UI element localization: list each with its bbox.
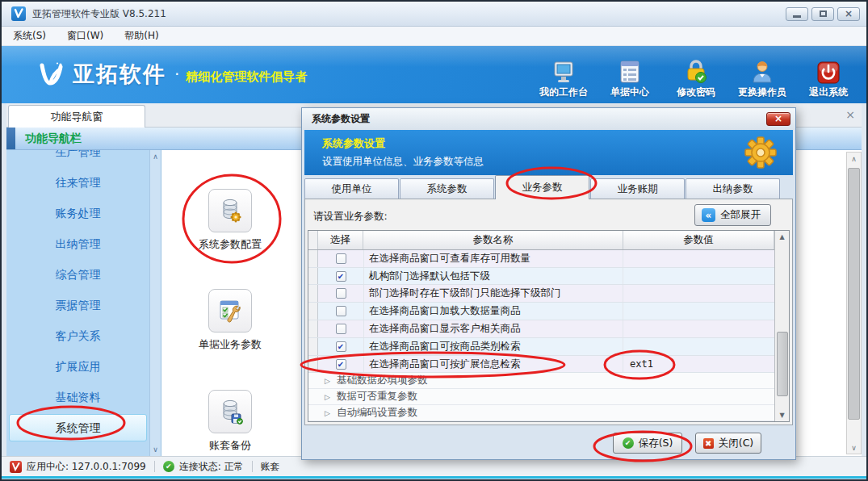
minimize-button[interactable] [786, 7, 808, 21]
account-status: 账套 [261, 460, 280, 474]
table-row[interactable]: 在选择商品窗口可查看库存可用数量 [308, 250, 774, 268]
param-name: 机构部门选择默认包括下级 [363, 268, 623, 285]
sidebar-item-production[interactable]: 生产管理 [6, 150, 149, 167]
document-params-icon[interactable] [208, 289, 252, 333]
checkbox[interactable]: ✔ [336, 359, 346, 370]
database-config-icon[interactable] [208, 189, 252, 232]
checkbox[interactable]: ✔ [336, 341, 346, 352]
arrow-down-icon[interactable]: ▼ [779, 409, 784, 421]
param-name: 在选择商品窗口可按商品类别检索 [363, 338, 623, 355]
tab-cashier-params[interactable]: 出纳参数 [686, 178, 780, 199]
scrollbar-thumb[interactable] [777, 332, 788, 396]
row-header-cell [308, 250, 318, 267]
scroll-down-icon[interactable]: ∨ [851, 441, 857, 454]
toolbar-my-workspace[interactable]: 我的工作台 [537, 58, 590, 99]
status-divider [154, 461, 155, 472]
toolbar-document-center[interactable]: 单据中心 [603, 58, 656, 99]
expand-triangle-icon[interactable]: ▷ [325, 377, 330, 385]
dialog-close-button[interactable]: × [766, 112, 790, 126]
arrow-up-icon[interactable]: ▲ [779, 231, 784, 243]
workspace-scrollbar[interactable]: ∧ ∨ [846, 152, 862, 454]
toolbar-change-password[interactable]: 修改密码 [669, 58, 723, 99]
table-row[interactable]: ✔ 在选择商品窗口可按商品类别检索 [308, 338, 774, 356]
table-row[interactable]: 部门选择时存在下级部门只能选择下级部门 [308, 285, 774, 303]
sidebar-item-basedata[interactable]: 基础资料 [6, 382, 149, 412]
dialog-content-panel: 请设置业务参数: « 全部展开 选择 参数名称 参数值 [304, 199, 793, 425]
sidebar-item-system-management[interactable]: 系统管理 [9, 414, 147, 441]
table-scrollbar[interactable]: ▲ ▼ [774, 231, 789, 421]
menu-item-system[interactable]: 系统(S) [13, 29, 46, 43]
dialog-tabs: 使用单位 系统参数 业务参数 业务账期 出纳参数 [304, 175, 793, 199]
gear-icon [743, 135, 778, 174]
group-row[interactable]: ▷ 数据可否重复参数 [308, 389, 774, 405]
tab-business-params[interactable]: 业务参数 [495, 175, 589, 199]
param-value-ext1[interactable]: ext1 [623, 356, 774, 373]
sidebar-item-accounting[interactable]: 账务处理 [6, 198, 149, 228]
tab-company-info[interactable]: 使用单位 [304, 178, 399, 199]
sidebar-item-bills[interactable]: 票据管理 [6, 290, 149, 320]
scroll-down-icon[interactable]: ∨ [153, 445, 158, 454]
tab-business-period[interactable]: 业务账期 [590, 178, 685, 199]
param-value[interactable] [623, 268, 774, 285]
dialog-titlebar: 系统参数设置 × [302, 108, 795, 130]
menu-item-help[interactable]: 帮助(H) [124, 29, 158, 43]
close-icon: × [774, 113, 782, 124]
sidebar-item-contacts[interactable]: 往来管理 [6, 167, 149, 198]
scrollbar-thumb[interactable] [848, 168, 860, 420]
table-row-ext-search[interactable]: ✔ 在选择商品窗口可按扩展信息检索 ext1 [308, 356, 774, 374]
checkbox[interactable]: ✔ [336, 271, 346, 282]
group-row[interactable]: ▷ 自动编码设置参数 [308, 405, 774, 421]
table-row[interactable]: 在选择商品窗口显示客户相关商品 [308, 320, 774, 338]
expand-all-button[interactable]: « 全部展开 [694, 204, 771, 226]
param-value[interactable] [623, 320, 774, 337]
switch-user-icon [751, 58, 774, 84]
brand-logo-icon [37, 61, 65, 87]
document-center-icon [619, 58, 641, 84]
checkbox[interactable] [336, 288, 346, 299]
toolbar-exit-system[interactable]: 退出系统 [802, 58, 855, 99]
table-row[interactable]: ✔ 机构部门选择默认包括下级 [308, 268, 774, 286]
panel-close-icon[interactable]: × [845, 109, 855, 120]
tab-system-params[interactable]: 系统参数 [400, 178, 494, 199]
param-value[interactable] [623, 250, 774, 267]
table-row[interactable]: 在选择商品窗口加载大数据量商品 [308, 303, 774, 320]
tab-function-navigator[interactable]: 功能导航窗 [8, 105, 145, 128]
maximize-button[interactable] [811, 7, 834, 21]
menu-item-window[interactable]: 窗口(W) [67, 29, 103, 43]
sidebar-item-crm[interactable]: 客户关系 [6, 320, 149, 351]
shortcut-backup[interactable]: 账套备份 [186, 390, 275, 453]
group-row[interactable]: ▷ 基础数据必填项参数 [308, 373, 774, 389]
group-label: 自动编码设置参数 [337, 406, 417, 420]
param-name: 在选择商品窗口显示客户相关商品 [363, 320, 623, 337]
database-backup-icon[interactable] [208, 390, 252, 433]
shortcut-system-params[interactable]: 系统参数配置 [186, 189, 275, 252]
sidebar-scrollbar[interactable]: ∧ ∨ [149, 150, 161, 456]
checkbox[interactable] [336, 253, 346, 264]
column-param-name: 参数名称 [363, 231, 623, 249]
scroll-up-icon[interactable]: ∧ [153, 153, 158, 161]
dialog-close-action-button[interactable]: ✖ 关闭(C) [695, 433, 761, 454]
toolbar-switch-operator[interactable]: 更换操作员 [736, 58, 789, 99]
expand-triangle-icon[interactable]: ▷ [325, 409, 330, 417]
brand-area: 亚拓软件 · 精细化管理软件倡导者 [37, 60, 307, 89]
sidebar-item-extensions[interactable]: 扩展应用 [6, 351, 149, 382]
workstation-icon [551, 58, 576, 84]
param-value[interactable] [623, 338, 774, 355]
param-value[interactable] [623, 303, 774, 320]
app-logo-icon [11, 6, 26, 21]
checkbox[interactable] [336, 324, 346, 334]
shortcut-bill-params[interactable]: 单据业务参数 [186, 289, 275, 352]
param-value[interactable] [623, 285, 774, 302]
row-header-cell [308, 338, 318, 355]
scroll-up-icon[interactable]: ∧ [851, 153, 857, 165]
save-check-icon: ✔ [623, 437, 634, 449]
sidebar-item-cashier[interactable]: 出纳管理 [6, 228, 149, 259]
sidebar-item-general[interactable]: 综合管理 [6, 259, 149, 290]
expand-triangle-icon[interactable]: ▷ [325, 393, 330, 401]
collapse-all-icon: « [702, 208, 715, 222]
close-button[interactable]: × [837, 7, 860, 21]
checkbox[interactable] [336, 306, 346, 316]
save-button[interactable]: ✔ 保存(S) [613, 433, 682, 454]
group-label: 基础数据必填项参数 [337, 374, 428, 387]
column-select: 选择 [318, 231, 363, 249]
